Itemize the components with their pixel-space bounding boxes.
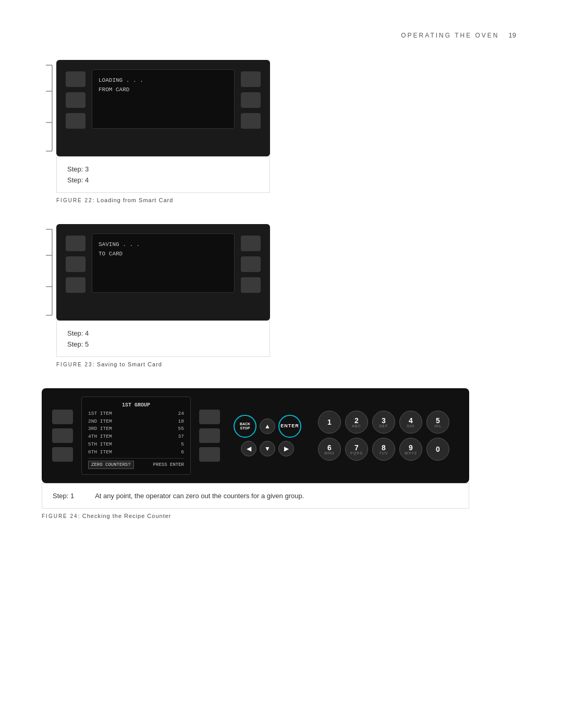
fig24-left-btn-2 (52, 428, 73, 443)
numpad-key-6[interactable]: 6 MNO (318, 438, 341, 461)
fig23-right-btn-3 (241, 277, 261, 293)
back-stop-button[interactable]: BACK STOP (234, 415, 256, 438)
figure-24-right-col (199, 410, 220, 462)
page-number: 19 (509, 31, 516, 39)
figure-24-oven-panel: 1ST GROUP 1ST ITEM 24 2ND ITEM 18 3RD IT… (42, 388, 469, 483)
nav-down-button[interactable]: ▼ (260, 441, 275, 456)
page-header-title: OPERATING THE OVEN (401, 32, 499, 39)
numpad-key-3[interactable]: 3 DEF (372, 411, 395, 434)
numpad-key-0[interactable]: 0 (426, 438, 449, 461)
nav-cluster: BACK STOP ▲ ENTER ◀ ▼ ▶ (234, 415, 301, 456)
fig24-left-btn-3 (52, 447, 73, 462)
figure-22-step3: Step: 3 (67, 165, 259, 173)
figure-24-block: 1ST GROUP 1ST ITEM 24 2ND ITEM 18 3RD IT… (42, 388, 521, 519)
figure-23-step4: Step: 4 (67, 329, 259, 337)
figure-22-panel-area: LOADING . . . FROM CARD (42, 60, 521, 156)
figure-23-right-buttons (241, 233, 261, 293)
figure-22-screen: LOADING . . . FROM CARD (92, 69, 235, 129)
figure-22-body: LOADING . . . FROM CARD (66, 69, 261, 129)
nav-right-button[interactable]: ▶ (278, 441, 294, 456)
figure-22-step-box: Step: 3 Step: 4 (56, 156, 270, 193)
fig22-right-btn-3 (241, 113, 261, 129)
nav-row-top: BACK STOP ▲ ENTER (234, 415, 301, 438)
numpad-key-2[interactable]: 2 ABC (345, 411, 368, 434)
fig22-left-btn-2 (66, 92, 85, 108)
back-stop-label: BACK STOP (235, 422, 255, 430)
numpad-key-5[interactable]: 5 JKL (426, 411, 449, 434)
fig22-right-btn-2 (241, 92, 261, 108)
figure-24-step1: Step: 1 (53, 492, 74, 500)
fig23-left-btn-3 (66, 277, 85, 293)
enter-button[interactable]: ENTER (278, 415, 301, 438)
fig24-left-btn-1 (52, 410, 73, 424)
fig23-right-btn-2 (241, 256, 261, 272)
figure-24-row-6: 6TH ITEM 6 (88, 449, 184, 456)
figure-22-caption: FIGURE 22: Loading from Smart Card (56, 197, 521, 203)
figure-22-bracket-icon (42, 60, 56, 156)
figure-24-row-4: 4TH ITEM 37 (88, 433, 184, 441)
fig23-left-btn-1 (66, 236, 85, 251)
figure-24-step-col: Step: 1 (53, 492, 74, 500)
figure-24-desc-col: At any point, the operator can zero out … (95, 492, 458, 500)
fig23-left-btn-2 (66, 256, 85, 272)
figure-22-block: LOADING . . . FROM CARD Step: 3 Step: 4 (42, 60, 521, 203)
figure-23-step-box: Step: 4 Step: 5 (56, 320, 270, 357)
figure-24-row-5: 5TH ITEM 5 (88, 441, 184, 449)
numpad-key-8[interactable]: 8 TUV (372, 438, 395, 461)
figure-24-left-col (52, 410, 73, 462)
numpad-key-7[interactable]: 7 PQRS (345, 438, 368, 461)
figure-23-screen-text: SAVING . . . TO CARD (99, 240, 228, 258)
fig22-right-btn-1 (241, 71, 261, 87)
nav-up-button[interactable]: ▲ (260, 418, 275, 434)
figure-24-row-1: 1ST ITEM 24 (88, 410, 184, 418)
figure-23-oven-panel: SAVING . . . TO CARD (56, 224, 270, 320)
fig23-right-btn-1 (241, 236, 261, 251)
figure-24-desc-text: At any point, the operator can zero out … (95, 492, 458, 500)
figure-23-left-buttons (66, 233, 85, 293)
figure-23-screen: SAVING . . . TO CARD (92, 233, 235, 293)
figure-24-row-3: 3RD ITEM 55 (88, 425, 184, 433)
numpad-key-1[interactable]: 1 (318, 411, 341, 434)
page-container: OPERATING THE OVEN 19 (0, 0, 563, 728)
fig22-left-btn-1 (66, 71, 85, 87)
fig22-left-btn-3 (66, 113, 85, 129)
figure-24-screen: 1ST GROUP 1ST ITEM 24 2ND ITEM 18 3RD IT… (81, 397, 191, 475)
fig24-right-btn-1 (199, 410, 220, 424)
zero-counters-label: ZERO COUNTERS? (88, 461, 134, 469)
figure-23-caption: FIGURE 23: Saving to Smart Card (56, 361, 521, 367)
figure-23-body: SAVING . . . TO CARD (66, 233, 261, 293)
figure-23-step5: Step: 5 (67, 340, 259, 348)
figure-22-right-buttons (241, 69, 261, 129)
figure-23-panel-area: SAVING . . . TO CARD (42, 224, 521, 320)
nav-left-button[interactable]: ◀ (241, 441, 256, 456)
figure-22-step4: Step: 4 (67, 176, 259, 184)
fig24-right-btn-2 (199, 428, 220, 443)
figure-23-block: SAVING . . . TO CARD Step: 4 Step: 5 (42, 224, 521, 367)
numpad: 1 2 ABC 3 DEF 4 GHI 5 JKL (318, 411, 449, 461)
nav-row-bottom: ◀ ▼ ▶ (241, 441, 294, 456)
numpad-key-4[interactable]: 4 GHI (399, 411, 422, 434)
figure-24-caption: FIGURE 24: Checking the Recipe Counter (42, 513, 521, 519)
page-header: OPERATING THE OVEN 19 (42, 31, 521, 39)
fig24-right-btn-3 (199, 447, 220, 462)
enter-label: ENTER (280, 424, 299, 429)
figure-24-row-2: 2ND ITEM 18 (88, 418, 184, 426)
numpad-key-9[interactable]: 9 WXYZ (399, 438, 422, 461)
figure-22-left-buttons (66, 69, 85, 129)
press-enter-label: PRESS ENTER (153, 462, 184, 467)
figure-22-screen-text: LOADING . . . FROM CARD (99, 76, 228, 94)
figure-24-screen-title: 1ST GROUP (88, 402, 184, 408)
figure-24-step-box: Step: 1 At any point, the operator can z… (42, 483, 469, 509)
figure-23-bracket-icon (42, 224, 56, 320)
figure-22-oven-panel: LOADING . . . FROM CARD (56, 60, 270, 156)
figure-24-screen-bottom: ZERO COUNTERS? PRESS ENTER (88, 458, 184, 469)
